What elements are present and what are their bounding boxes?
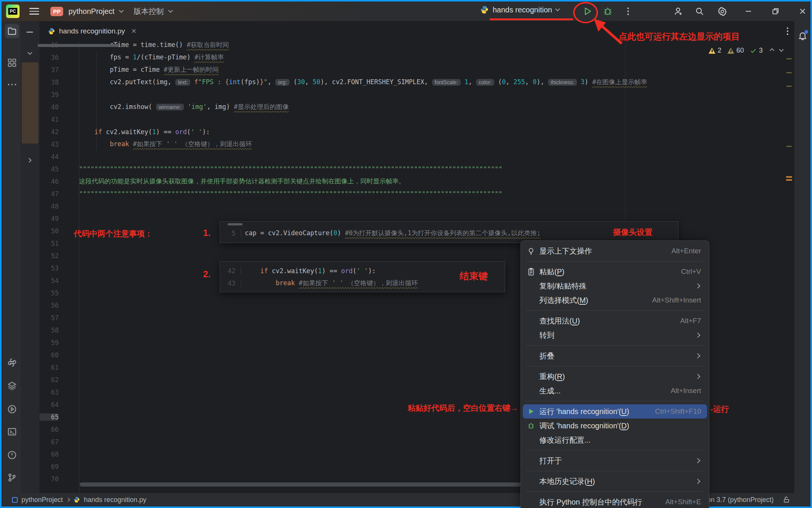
menu-shortcut: Alt+Enter [671, 247, 701, 255]
line-number: 61 [39, 364, 59, 371]
debug-button[interactable] [601, 5, 615, 18]
error-stripe-mark[interactable] [786, 176, 792, 178]
run-icon [523, 408, 539, 415]
notification-badge [804, 30, 808, 34]
run-configuration-selector[interactable]: hands recognition [480, 5, 559, 14]
menu-item-label: 本地历史记录(H) [539, 476, 595, 487]
menu-item[interactable]: 转到 [523, 328, 707, 342]
code-line: 35 cTime = time.time() #获取当前时间 [39, 41, 794, 51]
code-line: 37 pTime = cTime #更新上一帧的时间 [39, 63, 794, 76]
close-button[interactable] [796, 5, 809, 18]
floating-scrollbar-thumb[interactable] [38, 44, 119, 47]
search-icon[interactable] [693, 5, 706, 18]
chevron-right-icon[interactable] [27, 158, 32, 163]
menu-item[interactable]: 列选择模式(M)Alt+Shift+Insert [523, 293, 707, 307]
menu-item-label: 粘贴(P) [539, 267, 565, 277]
structure-tool-button[interactable] [5, 56, 19, 70]
line-number: 53 [39, 265, 59, 272]
problems-tool-button[interactable] [5, 448, 19, 462]
chevron-down-icon[interactable] [27, 50, 32, 55]
menu-item-label: 生成... [539, 386, 561, 396]
more-tool-windows-icon[interactable] [5, 77, 19, 92]
line-number: 52 [39, 252, 59, 260]
menu-item[interactable]: 折叠 [523, 349, 707, 363]
main-menu-icon[interactable] [29, 8, 39, 15]
menu-item[interactable]: 打开于 [523, 454, 707, 468]
tab-close-icon[interactable]: ✕ [131, 27, 137, 35]
menu-separator [526, 450, 704, 451]
warning-stripe-mark[interactable] [786, 72, 792, 73]
unlock-icon[interactable] [783, 496, 790, 503]
terminal-tool-button[interactable] [5, 425, 19, 439]
code-line: 46这段代码的功能是实时从摄像头获取图像，并使用手部姿势估计器检测手部关键点并绘… [39, 175, 794, 187]
error-stripe-mark[interactable] [786, 179, 792, 181]
menu-shortcut: Alt+F7 [680, 317, 701, 325]
line-number: 44 [39, 153, 59, 160]
breadcrumb-file[interactable]: hands recognition.py [84, 496, 146, 504]
check-icon [750, 47, 757, 54]
warning-stripe-mark[interactable] [786, 86, 792, 87]
menu-item-label: 显示上下文操作 [539, 246, 592, 256]
breadcrumb-project[interactable]: pythonProject [21, 496, 63, 504]
horizontal-scrollbar-thumb[interactable] [80, 482, 521, 487]
code-line: 5cap = cv2.VideoCapture(0) #0为打开默认摄像头,1为… [220, 227, 678, 239]
prev-problem-icon[interactable] [770, 48, 774, 53]
tab-hands-recognition[interactable]: hands recognition.py ✕ [39, 21, 142, 41]
paste-icon [523, 268, 539, 276]
add-user-icon[interactable] [672, 5, 685, 18]
line-number: 42 [220, 267, 241, 275]
hide-panel-icon[interactable] [26, 32, 33, 33]
submenu-arrow-icon [695, 458, 700, 463]
maximize-button[interactable] [769, 5, 782, 18]
menu-item-label: 打开于 [539, 456, 562, 466]
line-number: 57 [39, 314, 59, 322]
notifications-bell-icon[interactable] [798, 31, 807, 41]
project-tool-button[interactable] [5, 24, 19, 38]
menu-item[interactable]: 调试 'hands recognition'(D) [523, 419, 707, 433]
python-console-tool-button[interactable] [5, 355, 19, 370]
menu-item[interactable]: 显示上下文操作Alt+Enter [523, 244, 707, 258]
code-line: 39 [39, 88, 794, 101]
menu-separator [526, 261, 704, 262]
pycharm-window: PC PP pythonProject 版本控制 hands recogniti… [0, 0, 812, 508]
line-number: 48 [39, 203, 59, 210]
menu-item[interactable]: 执行 Python 控制台中的代码行Alt+Shift+E [523, 495, 707, 508]
version-control-tool-button[interactable] [5, 470, 19, 485]
menu-item[interactable]: 查找用法(U)Alt+F7 [523, 314, 707, 328]
vcs-selector[interactable]: 版本控制 [134, 6, 164, 17]
project-selector[interactable]: pythonProject [68, 7, 114, 16]
next-problem-icon[interactable] [779, 47, 784, 52]
services-tool-button[interactable] [5, 379, 19, 393]
menu-item[interactable]: 粘贴(P)Ctrl+V [523, 265, 707, 279]
line-number: 55 [39, 289, 59, 297]
warning-stripe-mark[interactable] [786, 146, 792, 147]
run-tool-button[interactable] [5, 402, 19, 416]
warning-stripe-mark[interactable] [786, 58, 792, 59]
more-actions-icon[interactable] [621, 5, 635, 18]
snippet-scrollbar-fragment [228, 223, 243, 225]
menu-item-label: 执行 Python 控制台中的代码行 [539, 497, 642, 507]
inspections-widget[interactable]: 2 60 3 [709, 47, 783, 54]
collapsed-project-panel-strip[interactable] [21, 21, 39, 493]
weak-warning-icon [727, 48, 734, 54]
menu-shortcut: Ctrl+V [681, 268, 701, 276]
menu-item[interactable]: 运行 'hands recognition'(U)Ctrl+Shift+F10 [523, 404, 707, 419]
menu-item-label: 修改运行配置... [539, 435, 591, 445]
menu-item[interactable]: 重构(R) [523, 369, 707, 384]
settings-gear-icon[interactable] [715, 5, 729, 18]
panel-scrollbar-thumb[interactable] [22, 62, 38, 144]
line-number: 65 [39, 413, 59, 421]
title-bar: PC PP pythonProject 版本控制 hands recogniti… [2, 2, 810, 21]
line-number: 40 [39, 103, 59, 111]
line-number: 47 [39, 190, 59, 198]
line-number: 67 [39, 438, 59, 446]
code-line: 45""""""""""""""""""""""""""""""""""""""… [39, 163, 794, 175]
code-snippet-exit-key: 42 if cv2.waitKey(1) == ord(' '):43 brea… [220, 261, 505, 292]
menu-item[interactable]: 生成...Alt+Insert [523, 384, 707, 398]
menu-shortcut: Alt+Shift+E [665, 498, 701, 506]
menu-item[interactable]: 修改运行配置... [523, 433, 707, 447]
left-tool-stripe [2, 21, 21, 493]
minimize-button[interactable] [742, 5, 755, 18]
menu-item[interactable]: 本地历史记录(H) [523, 474, 707, 488]
menu-item[interactable]: 复制/粘贴特殊 [523, 279, 707, 293]
